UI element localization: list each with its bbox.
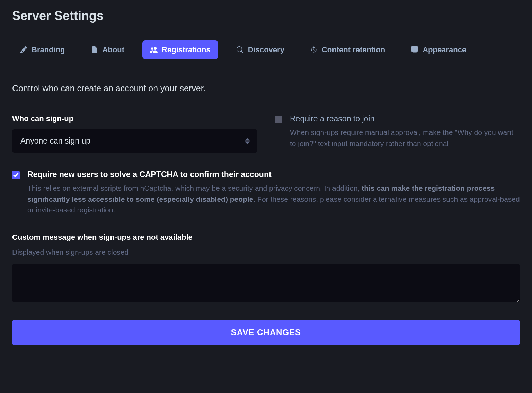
tab-discovery[interactable]: Discovery bbox=[229, 40, 292, 59]
require-reason-label: Require a reason to join bbox=[290, 114, 520, 124]
tab-content-retention[interactable]: Content retention bbox=[302, 40, 393, 59]
tab-registrations[interactable]: Registrations bbox=[142, 40, 218, 59]
captcha-label: Require new users to solve a CAPTCHA to … bbox=[27, 170, 520, 179]
pencil-icon bbox=[20, 46, 27, 54]
captcha-hint: This relies on external scripts from hCa… bbox=[27, 183, 520, 216]
who-can-signup-select[interactable]: Anyone can sign up bbox=[12, 129, 257, 153]
desktop-icon bbox=[411, 46, 418, 54]
tab-about[interactable]: About bbox=[83, 40, 132, 59]
require-reason-checkbox[interactable] bbox=[275, 116, 282, 123]
tab-registrations-label: Registrations bbox=[162, 45, 211, 54]
custom-message-textarea[interactable] bbox=[12, 264, 520, 302]
document-icon bbox=[91, 46, 98, 54]
tab-branding-label: Branding bbox=[32, 45, 65, 54]
custom-message-hint: Displayed when sign-ups are closed bbox=[12, 248, 520, 256]
search-icon bbox=[236, 46, 244, 54]
history-icon bbox=[310, 46, 318, 54]
settings-tabs: Branding About Registrations Discovery C… bbox=[12, 40, 520, 59]
users-icon bbox=[150, 46, 158, 54]
who-can-signup-label: Who can sign-up bbox=[12, 114, 257, 123]
page-description: Control who can create an account on you… bbox=[12, 83, 520, 93]
tab-discovery-label: Discovery bbox=[248, 45, 284, 54]
page-title: Server Settings bbox=[12, 9, 520, 23]
captcha-checkbox[interactable] bbox=[12, 171, 20, 179]
tab-appearance-label: Appearance bbox=[423, 45, 466, 54]
who-can-signup-select-wrapper[interactable]: Anyone can sign up bbox=[12, 129, 257, 153]
save-changes-button[interactable]: SAVE CHANGES bbox=[12, 320, 520, 345]
custom-message-label: Custom message when sign-ups are not ava… bbox=[12, 233, 520, 242]
tab-content-retention-label: Content retention bbox=[322, 45, 385, 54]
require-reason-hint: When sign-ups require manual approval, m… bbox=[290, 127, 520, 149]
tab-appearance[interactable]: Appearance bbox=[403, 40, 474, 59]
tab-branding[interactable]: Branding bbox=[12, 40, 73, 59]
tab-about-label: About bbox=[103, 45, 125, 54]
